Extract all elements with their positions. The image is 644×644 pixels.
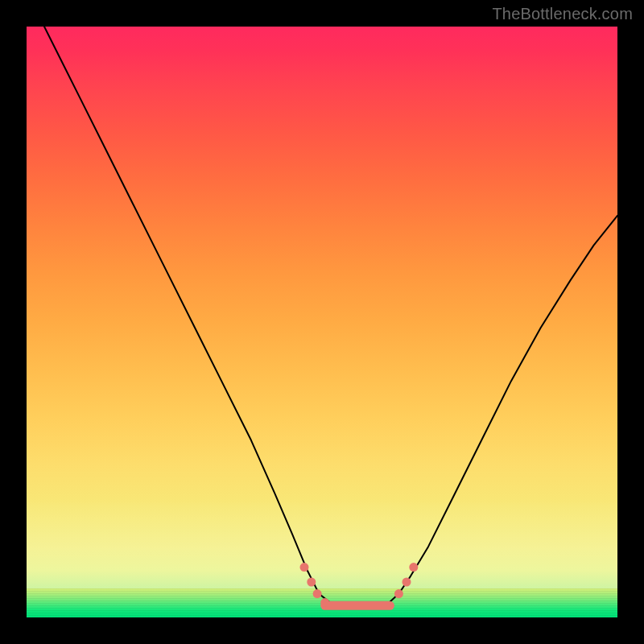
- bottleneck-curve: [44, 27, 617, 608]
- valley-marker: [409, 563, 418, 572]
- plot-pale-band: [27, 500, 617, 588]
- chart-frame: TheBottleneck.com: [0, 0, 644, 644]
- valley-marker: [307, 578, 316, 587]
- attribution-text: TheBottleneck.com: [492, 5, 633, 23]
- plot-bottom-stripes: [27, 588, 617, 617]
- plot-area: [27, 27, 617, 617]
- valley-marker: [300, 563, 309, 572]
- valley-marker: [402, 578, 411, 587]
- curve-svg: [27, 27, 617, 617]
